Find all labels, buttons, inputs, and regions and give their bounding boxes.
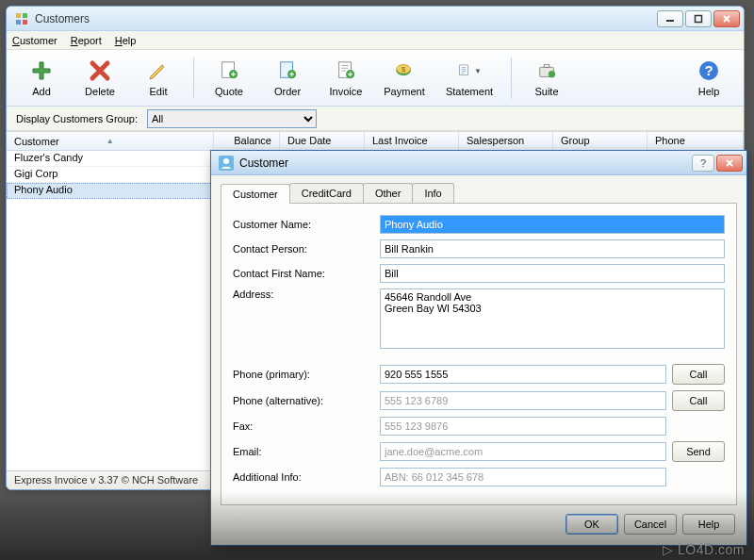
firstname-label: Contact First Name: xyxy=(233,268,374,279)
col-phone[interactable]: Phone xyxy=(647,132,744,150)
separator xyxy=(511,58,512,99)
col-balance[interactable]: Balance xyxy=(214,132,280,150)
statement-button[interactable]: ▼ Statement xyxy=(435,54,503,103)
filter-label: Display Customers Group: xyxy=(16,113,138,124)
svg-rect-0 xyxy=(16,13,21,18)
customer-form: Customer Name: Contact Person: Contact F… xyxy=(221,204,737,505)
separator xyxy=(193,58,194,99)
svg-text:$: $ xyxy=(402,65,405,74)
customer-name-input[interactable] xyxy=(380,215,725,234)
col-salesperson[interactable]: Salesperson xyxy=(459,132,553,150)
fax-label: Fax: xyxy=(233,420,374,432)
address-label: Address: xyxy=(233,288,374,300)
svg-rect-3 xyxy=(23,20,27,25)
dialog-help-button-bottom[interactable]: Help xyxy=(682,514,735,535)
add-button[interactable]: Add xyxy=(14,54,69,103)
col-last-invoice[interactable]: Last Invoice xyxy=(365,132,459,150)
call-primary-button[interactable]: Call xyxy=(672,364,725,385)
suite-icon xyxy=(534,58,559,83)
dialog-titlebar[interactable]: Customer ? xyxy=(211,151,746,175)
phone1-label: Phone (primary): xyxy=(233,369,374,380)
phone-primary-input[interactable] xyxy=(380,365,666,384)
col-due-date[interactable]: Due Date xyxy=(280,132,365,150)
svg-point-24 xyxy=(223,158,229,164)
col-customer[interactable]: Customer▲ xyxy=(7,132,214,150)
send-email-button[interactable]: Send xyxy=(672,441,725,462)
dialog-title: Customer xyxy=(239,156,692,170)
minimize-button[interactable] xyxy=(657,10,683,27)
address-input[interactable] xyxy=(380,288,725,349)
svg-rect-17 xyxy=(460,65,468,75)
chevron-down-icon: ▼ xyxy=(474,67,482,75)
group-select[interactable]: All xyxy=(147,109,317,128)
email-input[interactable] xyxy=(380,442,666,461)
maximize-button[interactable] xyxy=(685,10,712,27)
statement-icon: ▼ xyxy=(457,58,482,83)
quote-icon xyxy=(217,58,241,83)
tab-creditcard[interactable]: CreditCard xyxy=(289,183,364,203)
edit-button[interactable]: Edit xyxy=(131,54,186,103)
main-titlebar[interactable]: Customers xyxy=(7,7,744,31)
name-label: Customer Name: xyxy=(233,219,374,230)
quote-button[interactable]: Quote xyxy=(202,54,256,103)
plus-icon xyxy=(29,58,54,83)
pencil-icon xyxy=(146,58,171,83)
call-alt-button[interactable]: Call xyxy=(672,390,725,411)
payment-button[interactable]: $ Payment xyxy=(377,54,432,103)
column-headers: Customer▲ Balance Due Date Last Invoice … xyxy=(7,132,744,151)
filter-row: Display Customers Group: All xyxy=(7,107,744,131)
svg-rect-19 xyxy=(544,65,549,68)
addl-label: Additional Info: xyxy=(233,471,374,483)
fax-input[interactable] xyxy=(380,417,666,436)
contact-label: Contact Person: xyxy=(233,243,374,255)
svg-rect-2 xyxy=(16,20,21,25)
main-title: Customers xyxy=(35,12,657,25)
watermark: ▷ LO4D.com xyxy=(663,542,745,557)
menubar: Customer Report Help xyxy=(7,31,744,50)
help-icon: ? xyxy=(697,58,721,83)
close-button[interactable] xyxy=(713,10,740,27)
svg-rect-1 xyxy=(23,13,27,18)
toolbar: Add Delete Edit Quote Order Invoice $ Pa… xyxy=(7,50,744,107)
invoice-button[interactable]: Invoice xyxy=(319,54,373,103)
email-label: Email: xyxy=(233,446,374,457)
menu-customer[interactable]: Customer xyxy=(12,35,57,46)
payment-icon: $ xyxy=(392,58,417,83)
menu-help[interactable]: Help xyxy=(115,35,137,46)
customer-dialog: Customer ? Customer CreditCard Other Inf… xyxy=(210,150,747,546)
tab-info[interactable]: Info xyxy=(412,183,453,203)
cancel-button[interactable]: Cancel xyxy=(624,514,677,535)
dialog-icon xyxy=(219,156,234,171)
sort-asc-icon: ▲ xyxy=(107,137,114,145)
invoice-icon xyxy=(334,58,358,83)
svg-text:?: ? xyxy=(700,157,706,169)
app-icon xyxy=(14,11,29,26)
contact-firstname-input[interactable] xyxy=(380,264,725,283)
suite-button[interactable]: Suite xyxy=(519,54,574,103)
order-button[interactable]: Order xyxy=(260,54,315,103)
contact-person-input[interactable] xyxy=(380,239,725,258)
dialog-close-button[interactable] xyxy=(716,155,743,172)
order-icon xyxy=(275,58,300,83)
phone2-label: Phone (alternative): xyxy=(233,395,374,406)
dialog-buttons: OK Cancel Help xyxy=(211,511,746,545)
col-group[interactable]: Group xyxy=(553,132,647,150)
phone-alt-input[interactable] xyxy=(380,391,666,410)
help-button[interactable]: ? Help xyxy=(681,54,736,103)
additional-info-input[interactable] xyxy=(380,468,666,486)
svg-point-20 xyxy=(549,71,555,77)
tab-customer[interactable]: Customer xyxy=(221,184,290,204)
delete-button[interactable]: Delete xyxy=(73,54,127,103)
dialog-tabs: Customer CreditCard Other Info xyxy=(221,183,737,204)
svg-text:?: ? xyxy=(704,62,713,78)
ok-button[interactable]: OK xyxy=(566,514,618,535)
tab-other[interactable]: Other xyxy=(363,183,414,203)
x-icon xyxy=(88,58,112,83)
dialog-help-button[interactable]: ? xyxy=(692,155,714,172)
menu-report[interactable]: Report xyxy=(71,35,102,46)
svg-rect-5 xyxy=(696,15,702,22)
